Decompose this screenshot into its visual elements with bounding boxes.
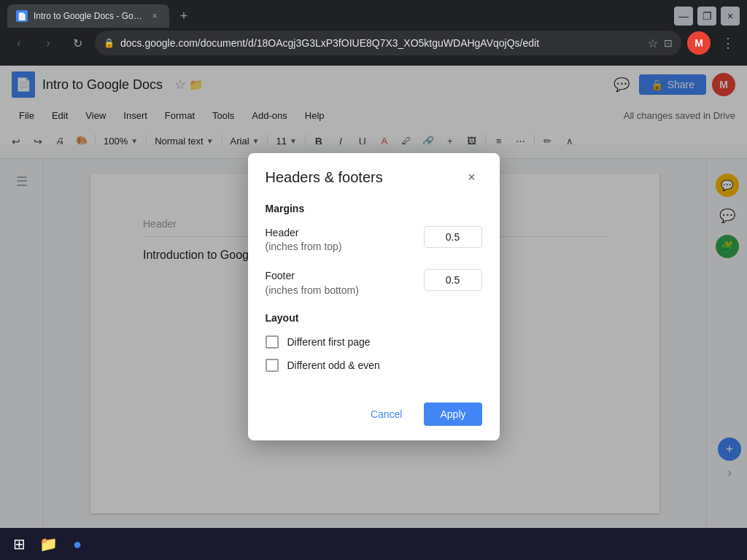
header-margin-row: Header (inches from top) xyxy=(266,226,482,254)
lock-icon: 🔒 xyxy=(104,38,115,48)
address-bar-row: ‹ › ↻ 🔒 docs.google.com/document/d/18OAc… xyxy=(0,26,747,60)
modal-header: Headers & footers × xyxy=(248,153,500,197)
footer-field-label: Footer (inches from bottom) xyxy=(266,269,359,298)
new-tab-button[interactable]: + xyxy=(174,6,194,26)
footer-margin-row: Footer (inches from bottom) xyxy=(266,269,482,298)
diff-first-page-row: Different first page xyxy=(266,335,482,349)
window-controls: — ❐ × xyxy=(674,7,740,26)
minimize-button[interactable]: — xyxy=(674,7,693,26)
forward-button[interactable]: › xyxy=(36,31,60,55)
diff-first-page-label: Different first page xyxy=(287,336,371,348)
title-bar: 📄 Intro to Google Docs - Google D... × +… xyxy=(0,0,747,26)
diff-odd-even-checkbox[interactable] xyxy=(266,359,279,372)
close-button[interactable]: × xyxy=(721,7,740,26)
refresh-button[interactable]: ↻ xyxy=(66,31,89,55)
taskbar-chrome[interactable]: ● xyxy=(64,531,90,557)
tab-favicon: 📄 xyxy=(16,10,28,22)
browser-menu-button[interactable]: ⋮ xyxy=(716,31,740,55)
diff-odd-even-label: Different odd & even xyxy=(287,359,380,371)
back-button[interactable]: ‹ xyxy=(7,31,31,55)
start-button[interactable]: ⊞ xyxy=(6,531,32,557)
bookmark-icon[interactable]: ☆ xyxy=(648,36,658,50)
apply-button[interactable]: Apply xyxy=(424,402,481,426)
diff-odd-even-row: Different odd & even xyxy=(266,359,482,372)
active-tab[interactable]: 📄 Intro to Google Docs - Google D... × xyxy=(7,4,169,28)
tab-title: Intro to Google Docs - Google D... xyxy=(34,11,143,21)
address-bar[interactable]: 🔒 docs.google.com/document/d/18OAcgj3G3L… xyxy=(95,31,681,55)
diff-first-page-checkbox[interactable] xyxy=(266,335,279,349)
taskbar: ⊞ 📁 ● xyxy=(0,528,747,560)
maximize-button[interactable]: ❐ xyxy=(697,7,716,26)
cancel-button[interactable]: Cancel xyxy=(357,402,416,426)
tab-close-button[interactable]: × xyxy=(149,10,160,22)
modal-title: Headers & footers xyxy=(266,169,383,186)
layout-label: Layout xyxy=(266,312,482,324)
profile-button[interactable]: M xyxy=(687,31,711,55)
header-margin-input[interactable] xyxy=(424,226,482,248)
header-field-label: Header (inches from top) xyxy=(266,226,342,254)
modal-footer: Cancel Apply xyxy=(248,394,500,440)
browser-chrome: 📄 Intro to Google Docs - Google D... × +… xyxy=(0,0,747,66)
address-text: docs.google.com/document/d/18OAcgj3G3LxP… xyxy=(120,37,642,49)
modal-body: Margins Header (inches from top) Footer … xyxy=(248,197,500,394)
taskbar-file-explorer[interactable]: 📁 xyxy=(35,531,61,557)
share-icon[interactable]: ⊡ xyxy=(664,37,673,49)
footer-margin-input[interactable] xyxy=(424,269,482,291)
modal-overlay: Headers & footers × Margins Header (inch… xyxy=(0,66,747,528)
margins-label: Margins xyxy=(266,203,482,214)
headers-footers-dialog: Headers & footers × Margins Header (inch… xyxy=(248,153,500,440)
modal-close-button[interactable]: × xyxy=(462,168,482,188)
